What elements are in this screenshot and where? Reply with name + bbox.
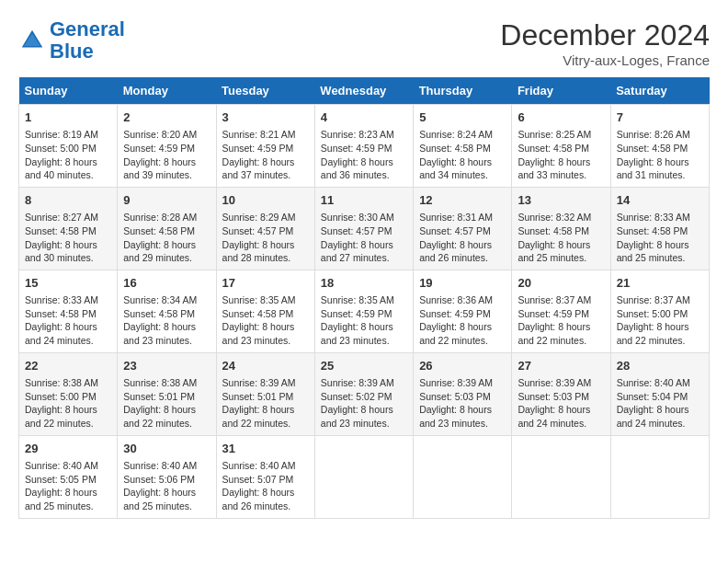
page-header: General Blue December 2024 Vitry-aux-Log… (18, 18, 710, 68)
day-cell: 13Sunrise: 8:32 AMSunset: 4:58 PMDayligh… (512, 187, 610, 270)
day-info: Sunrise: 8:37 AMSunset: 4:59 PMDaylight:… (518, 293, 604, 348)
day-info: Sunrise: 8:33 AMSunset: 4:58 PMDaylight:… (617, 211, 703, 265)
week-row-3: 15Sunrise: 8:33 AMSunset: 4:58 PMDayligh… (19, 270, 710, 352)
day-number: 28 (617, 358, 703, 374)
day-cell: 18Sunrise: 8:35 AMSunset: 4:59 PMDayligh… (314, 270, 413, 352)
logo-icon (18, 27, 46, 54)
day-number: 15 (25, 275, 111, 292)
day-cell: 5Sunrise: 8:24 AMSunset: 4:58 PMDaylight… (414, 105, 512, 188)
day-cell: 22Sunrise: 8:38 AMSunset: 5:00 PMDayligh… (19, 352, 118, 435)
day-cell: 21Sunrise: 8:37 AMSunset: 5:00 PMDayligh… (610, 270, 709, 352)
location: Vitry-aux-Loges, France (500, 52, 710, 68)
title-block: December 2024 Vitry-aux-Loges, France (500, 18, 710, 68)
day-cell: 11Sunrise: 8:30 AMSunset: 4:57 PMDayligh… (314, 187, 413, 270)
day-header-saturday: Saturday (610, 77, 709, 105)
day-number: 24 (222, 358, 309, 374)
calendar-table: SundayMondayTuesdayWednesdayThursdayFrid… (18, 77, 710, 519)
day-number: 13 (518, 192, 604, 209)
day-number: 21 (617, 275, 703, 292)
day-number: 5 (419, 109, 506, 126)
day-cell: 12Sunrise: 8:31 AMSunset: 4:57 PMDayligh… (414, 187, 512, 270)
day-cell: 17Sunrise: 8:35 AMSunset: 4:58 PMDayligh… (216, 270, 314, 352)
day-cell: 10Sunrise: 8:29 AMSunset: 4:57 PMDayligh… (216, 187, 314, 270)
day-cell (512, 435, 610, 518)
day-number: 7 (617, 109, 703, 126)
day-cell: 24Sunrise: 8:39 AMSunset: 5:01 PMDayligh… (216, 352, 314, 435)
day-info: Sunrise: 8:19 AMSunset: 5:00 PMDaylight:… (25, 128, 111, 182)
day-cell: 16Sunrise: 8:34 AMSunset: 4:58 PMDayligh… (118, 270, 216, 352)
day-info: Sunrise: 8:25 AMSunset: 4:58 PMDaylight:… (518, 128, 604, 182)
day-cell: 4Sunrise: 8:23 AMSunset: 4:59 PMDaylight… (314, 105, 413, 188)
day-cell: 8Sunrise: 8:27 AMSunset: 4:58 PMDaylight… (19, 187, 118, 270)
logo: General Blue (18, 18, 125, 63)
day-number: 4 (321, 109, 407, 126)
day-number: 14 (617, 192, 703, 209)
day-number: 31 (222, 441, 309, 457)
day-info: Sunrise: 8:28 AMSunset: 4:58 PMDaylight:… (123, 211, 210, 265)
day-number: 12 (419, 192, 506, 209)
week-row-2: 8Sunrise: 8:27 AMSunset: 4:58 PMDaylight… (19, 187, 710, 270)
day-info: Sunrise: 8:30 AMSunset: 4:57 PMDaylight:… (321, 211, 407, 265)
day-number: 18 (321, 275, 407, 292)
day-header-monday: Monday (118, 77, 216, 105)
day-info: Sunrise: 8:34 AMSunset: 4:58 PMDaylight:… (123, 293, 210, 348)
day-info: Sunrise: 8:39 AMSunset: 5:02 PMDaylight:… (321, 376, 407, 431)
day-header-friday: Friday (512, 77, 610, 105)
week-row-5: 29Sunrise: 8:40 AMSunset: 5:05 PMDayligh… (19, 435, 710, 518)
day-cell: 19Sunrise: 8:36 AMSunset: 4:59 PMDayligh… (414, 270, 512, 352)
logo-line2: Blue (50, 40, 94, 63)
day-info: Sunrise: 8:39 AMSunset: 5:01 PMDaylight:… (222, 376, 309, 431)
day-info: Sunrise: 8:31 AMSunset: 4:57 PMDaylight:… (419, 211, 506, 265)
day-cell: 14Sunrise: 8:33 AMSunset: 4:58 PMDayligh… (610, 187, 709, 270)
day-info: Sunrise: 8:38 AMSunset: 5:00 PMDaylight:… (25, 376, 111, 431)
day-cell: 27Sunrise: 8:39 AMSunset: 5:03 PMDayligh… (512, 352, 610, 435)
day-cell: 3Sunrise: 8:21 AMSunset: 4:59 PMDaylight… (216, 105, 314, 188)
day-header-wednesday: Wednesday (314, 77, 413, 105)
day-number: 23 (123, 358, 210, 374)
day-number: 30 (123, 441, 210, 457)
day-header-tuesday: Tuesday (216, 77, 314, 105)
day-info: Sunrise: 8:40 AMSunset: 5:07 PMDaylight:… (222, 459, 309, 513)
day-info: Sunrise: 8:35 AMSunset: 4:59 PMDaylight:… (321, 293, 407, 348)
day-cell: 28Sunrise: 8:40 AMSunset: 5:04 PMDayligh… (610, 352, 709, 435)
day-number: 9 (123, 192, 210, 209)
day-cell: 1Sunrise: 8:19 AMSunset: 5:00 PMDaylight… (19, 105, 118, 188)
day-info: Sunrise: 8:24 AMSunset: 4:58 PMDaylight:… (419, 128, 506, 182)
day-number: 8 (25, 192, 111, 209)
day-info: Sunrise: 8:39 AMSunset: 5:03 PMDaylight:… (518, 376, 604, 431)
day-number: 11 (321, 192, 407, 209)
header-row: SundayMondayTuesdayWednesdayThursdayFrid… (19, 77, 710, 105)
day-cell (414, 435, 512, 518)
day-info: Sunrise: 8:20 AMSunset: 4:59 PMDaylight:… (123, 128, 210, 182)
day-cell: 2Sunrise: 8:20 AMSunset: 4:59 PMDaylight… (118, 105, 216, 188)
day-number: 17 (222, 275, 309, 292)
day-header-sunday: Sunday (19, 77, 118, 105)
day-info: Sunrise: 8:39 AMSunset: 5:03 PMDaylight:… (419, 376, 506, 431)
day-info: Sunrise: 8:40 AMSunset: 5:05 PMDaylight:… (25, 459, 111, 513)
day-number: 26 (419, 358, 506, 374)
day-cell: 26Sunrise: 8:39 AMSunset: 5:03 PMDayligh… (414, 352, 512, 435)
day-info: Sunrise: 8:23 AMSunset: 4:59 PMDaylight:… (321, 128, 407, 182)
day-info: Sunrise: 8:36 AMSunset: 4:59 PMDaylight:… (419, 293, 506, 348)
day-info: Sunrise: 8:21 AMSunset: 4:59 PMDaylight:… (222, 128, 309, 182)
week-row-4: 22Sunrise: 8:38 AMSunset: 5:00 PMDayligh… (19, 352, 710, 435)
day-cell: 20Sunrise: 8:37 AMSunset: 4:59 PMDayligh… (512, 270, 610, 352)
day-number: 16 (123, 275, 210, 292)
day-cell: 7Sunrise: 8:26 AMSunset: 4:58 PMDaylight… (610, 105, 709, 188)
day-info: Sunrise: 8:33 AMSunset: 4:58 PMDaylight:… (25, 293, 111, 348)
day-cell (610, 435, 709, 518)
day-info: Sunrise: 8:40 AMSunset: 5:04 PMDaylight:… (617, 376, 703, 431)
day-info: Sunrise: 8:38 AMSunset: 5:01 PMDaylight:… (123, 376, 210, 431)
day-cell: 29Sunrise: 8:40 AMSunset: 5:05 PMDayligh… (19, 435, 118, 518)
day-cell: 23Sunrise: 8:38 AMSunset: 5:01 PMDayligh… (118, 352, 216, 435)
day-cell: 31Sunrise: 8:40 AMSunset: 5:07 PMDayligh… (216, 435, 314, 518)
day-info: Sunrise: 8:35 AMSunset: 4:58 PMDaylight:… (222, 293, 309, 348)
day-cell: 15Sunrise: 8:33 AMSunset: 4:58 PMDayligh… (19, 270, 118, 352)
week-row-1: 1Sunrise: 8:19 AMSunset: 5:00 PMDaylight… (19, 105, 710, 188)
day-number: 1 (25, 109, 111, 126)
logo-line1: General (50, 17, 125, 40)
day-info: Sunrise: 8:32 AMSunset: 4:58 PMDaylight:… (518, 211, 604, 265)
day-info: Sunrise: 8:40 AMSunset: 5:06 PMDaylight:… (123, 459, 210, 513)
day-number: 20 (518, 275, 604, 292)
day-number: 2 (123, 109, 210, 126)
